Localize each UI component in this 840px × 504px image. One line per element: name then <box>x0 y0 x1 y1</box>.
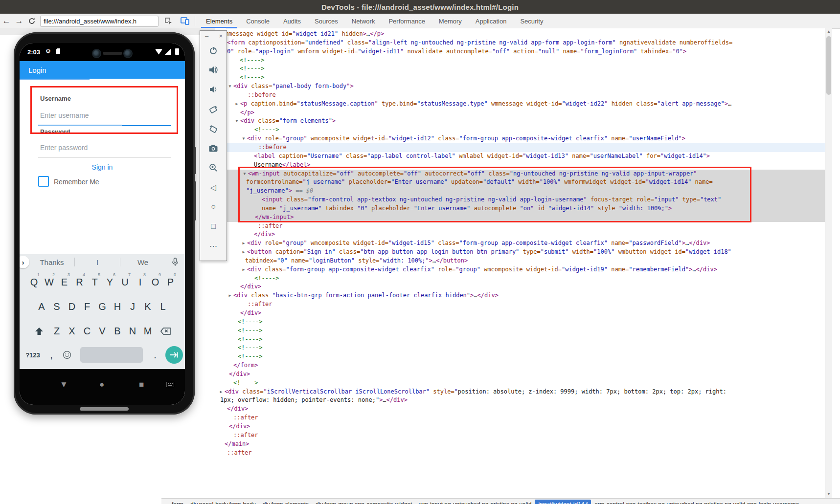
mic-icon[interactable] <box>165 258 185 266</box>
nav-home-icon[interactable]: ● <box>99 380 104 390</box>
code-line[interactable]: </div> <box>218 370 825 379</box>
expand-arrow-down-icon[interactable]: ▼ <box>241 134 247 143</box>
tab-application[interactable]: Application <box>469 14 514 28</box>
code-line[interactable]: ::before <box>215 143 825 152</box>
key-m[interactable]: M <box>140 326 156 337</box>
period-key[interactable]: . <box>148 350 162 361</box>
remember-me-checkbox[interactable] <box>38 176 49 187</box>
code-line[interactable]: ::after <box>218 414 825 422</box>
refresh-icon[interactable] <box>25 15 38 27</box>
nav-keyboard-icon[interactable] <box>166 382 174 387</box>
key-y[interactable]: Y6 <box>102 277 117 288</box>
code-line[interactable]: Username</label> <box>218 161 825 170</box>
code-line[interactable]: tabindex="0" name="loginButton" style="w… <box>218 257 825 265</box>
tab-audits[interactable]: Audits <box>276 14 308 28</box>
code-line[interactable]: ▶<div role="group" wmcomposite widget-id… <box>218 239 825 248</box>
suggestion-word[interactable]: I <box>75 258 120 266</box>
volume-up-icon[interactable] <box>200 64 227 76</box>
expand-arrow-right-icon[interactable]: ▶ <box>241 239 247 248</box>
code-line[interactable]: </div> <box>218 422 825 431</box>
code-line[interactable]: </div> <box>218 283 825 291</box>
code-line[interactable]: mmessage widget-id="widget-id21" hidden>… <box>218 30 825 39</box>
suggestion-word[interactable]: We <box>120 258 165 266</box>
key-t[interactable]: T5 <box>87 277 102 288</box>
breadcrumb-item[interactable]: div.form-group.app-composite-widget <box>312 500 415 504</box>
home-icon[interactable]: ○ <box>200 201 227 213</box>
symbols-key[interactable]: ?123 <box>22 351 44 359</box>
expand-arrow-down-icon[interactable]: ▼ <box>242 170 248 178</box>
code-line[interactable]: ▼<div class="panel-body form-body"> <box>218 82 825 91</box>
code-line[interactable]: <!----> <box>218 352 825 361</box>
forward-icon[interactable]: → <box>13 15 25 27</box>
expand-arrow-right-icon[interactable]: ▶ <box>227 291 233 300</box>
key-j[interactable]: J <box>125 301 140 312</box>
breadcrumb-item[interactable]: div.panel-body.form-body <box>187 500 259 504</box>
comma-key[interactable]: , <box>44 350 59 361</box>
expand-arrow-right-icon[interactable]: ▶ <box>241 265 247 274</box>
suggestions-expand-icon[interactable]: › <box>20 256 29 268</box>
key-s[interactable]: S <box>49 301 65 312</box>
code-line[interactable]: </div> <box>218 309 825 318</box>
scroll-up-icon[interactable]: ▲ <box>825 28 832 35</box>
code-line[interactable]: </main> <box>218 440 825 449</box>
password-input[interactable]: Enter password <box>40 144 88 152</box>
breadcrumb-item[interactable]: div.form-elements <box>259 500 312 504</box>
breadcrumb-item[interactable]: orm-control.app-textbox.ng-untouched.ng-… <box>591 500 802 504</box>
code-line[interactable]: <!----> <box>218 73 825 82</box>
scrollbar-thumb[interactable] <box>826 36 831 95</box>
key-e[interactable]: E3 <box>57 277 72 288</box>
shift-key-icon[interactable] <box>29 327 49 335</box>
key-l[interactable]: L <box>156 301 171 312</box>
code-line[interactable]: <!----> <box>218 379 825 388</box>
code-line[interactable]: ::after <box>218 449 825 458</box>
tab-performance[interactable]: Performance <box>382 14 431 28</box>
key-g[interactable]: G <box>95 301 110 312</box>
code-line[interactable]: <!----> <box>218 65 825 73</box>
key-n[interactable]: N <box>125 326 140 337</box>
code-line[interactable]: ::after <box>218 222 825 231</box>
expand-arrow-right-icon[interactable]: ▶ <box>218 388 224 396</box>
key-a[interactable]: A <box>34 301 49 312</box>
overview-icon[interactable]: □ <box>200 220 227 232</box>
code-line[interactable]: ▶<div class="basic-btn-grp form-action p… <box>218 291 825 300</box>
code-line[interactable]: <!----> <box>218 344 825 352</box>
code-line[interactable]: <!----> <box>218 126 825 134</box>
code-line[interactable]: </div> <box>218 405 825 414</box>
toolbar-close-icon[interactable]: × <box>219 32 223 40</box>
toolbar-minimize-icon[interactable]: – <box>205 32 208 40</box>
code-line[interactable]: </form> <box>218 361 825 370</box>
remember-me-label[interactable]: Remember Me <box>54 178 99 186</box>
camera-icon[interactable] <box>200 142 227 154</box>
expand-arrow-right-icon[interactable]: ▶ <box>241 248 247 257</box>
tab-console[interactable]: Console <box>239 14 276 28</box>
inspect-element-icon[interactable] <box>161 15 175 27</box>
code-line[interactable]: ▼<div class="form-elements"> <box>218 117 825 126</box>
power-icon[interactable] <box>200 44 227 56</box>
url-input[interactable]: file:///android_asset/www/index.h <box>40 16 159 27</box>
code-line[interactable]: </div> <box>218 230 825 239</box>
backspace-key-icon[interactable] <box>156 328 176 335</box>
expand-arrow-right-icon[interactable]: ▶ <box>234 100 240 109</box>
device-toolbar-icon[interactable] <box>178 15 192 27</box>
sign-in-button[interactable]: Sign in <box>20 163 185 171</box>
code-line[interactable]: 1px; overflow: hidden; pointer-events: n… <box>218 396 825 405</box>
elements-scrollbar[interactable]: ▲ ▼ <box>825 28 832 499</box>
tab-security[interactable]: Security <box>513 14 550 28</box>
key-v[interactable]: V <box>95 326 110 337</box>
tab-memory[interactable]: Memory <box>432 14 469 28</box>
code-line[interactable]: ▶<button caption="Sign in" class="btn ap… <box>218 248 825 257</box>
code-line[interactable]: ::after <box>218 431 825 440</box>
key-r[interactable]: R4 <box>72 277 87 288</box>
key-space[interactable] <box>80 347 143 363</box>
code-line[interactable]: <form captionposition="undefined" class=… <box>218 39 825 47</box>
code-line[interactable]: ▼<wm-input autocapitalize="off" autocomp… <box>215 170 825 178</box>
tab-sources[interactable]: Sources <box>308 14 345 28</box>
key-p[interactable]: P0 <box>163 277 178 288</box>
code-line[interactable]: <!----> <box>218 318 825 327</box>
key-z[interactable]: Z <box>49 326 65 337</box>
breadcrumb-item[interactable]: wm-input.ng-untouched.ng-pristine.ng-val… <box>415 500 535 504</box>
key-o[interactable]: O9 <box>148 277 163 288</box>
key-b[interactable]: B <box>110 326 125 337</box>
code-line[interactable]: <!----> <box>218 274 825 283</box>
code-line[interactable]: ▼<div role="group" wmcomposite widget-id… <box>218 134 825 143</box>
